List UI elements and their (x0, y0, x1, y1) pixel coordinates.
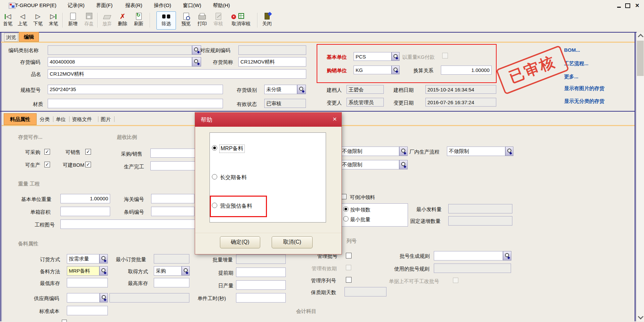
link-show-unclassified[interactable]: 显示无分类的存货 (564, 98, 604, 105)
name-field[interactable]: CR12MOV精料 (48, 69, 306, 79)
tab-edit[interactable]: 编辑 (19, 32, 39, 42)
by-request-qty-label[interactable]: 按申领数 (350, 207, 370, 213)
help-dialog-titlebar[interactable]: 帮助 × (195, 113, 341, 127)
vertical-scrollbar[interactable] (637, 33, 644, 321)
scroll-down-icon[interactable] (638, 314, 644, 320)
scroll-up-icon[interactable] (638, 34, 644, 40)
stock-method-lookup-icon[interactable] (99, 266, 108, 276)
preview-button[interactable]: 预览 (178, 11, 194, 30)
sales-forecast-option[interactable]: 营业预估备料 (220, 203, 252, 210)
restriction-field-1[interactable]: 不做限制 (340, 147, 399, 156)
supplier-code-field[interactable] (67, 293, 100, 303)
acquire-mode-field[interactable]: 采购 (154, 266, 182, 276)
min-batch-label[interactable]: 最小批量 (350, 216, 370, 223)
batch-rule-field[interactable] (434, 251, 503, 260)
long-leadtime-option[interactable]: 长交期备料 (220, 174, 247, 181)
conversion-field[interactable]: 1.00000 (441, 66, 492, 75)
trade-unit-field[interactable]: KG (354, 66, 392, 74)
daily-output-field[interactable] (236, 280, 286, 290)
cancel-audit-button[interactable]: 取消审核 (227, 11, 255, 30)
inv-code-lookup-icon[interactable] (192, 57, 201, 67)
level-lookup-icon[interactable] (297, 85, 306, 94)
backflush-checkbox[interactable] (341, 194, 347, 199)
last-record-button[interactable]: ▷ 末笔 (46, 11, 60, 30)
subtab-qualification[interactable]: 资格文件 (72, 116, 92, 123)
salable-checkbox[interactable] (85, 149, 91, 155)
lead-time-field[interactable] (236, 268, 286, 277)
link-more[interactable]: 更多... (564, 74, 579, 80)
close-button[interactable]: 关闭 (259, 11, 275, 30)
min-stock-field[interactable] (67, 278, 108, 287)
order-mode-field[interactable]: 按需求量 (67, 254, 99, 264)
add-button[interactable]: 新增 (65, 11, 81, 30)
code-category-field[interactable] (48, 45, 192, 55)
prev-record-button[interactable]: ◁ 上笔 (15, 11, 30, 30)
base-unit-lookup-icon[interactable] (392, 52, 400, 61)
scrollbar-thumb[interactable] (637, 41, 644, 76)
menu-operate[interactable]: 操作(O) (154, 2, 171, 9)
manage-batch-checkbox[interactable] (346, 253, 352, 258)
material-field[interactable] (48, 99, 223, 108)
mrp-stock-option[interactable]: MRP备料 (219, 145, 245, 153)
subtab-item-attributes[interactable]: 料品属性 (4, 113, 37, 125)
manage-serial-checkbox[interactable] (346, 277, 352, 283)
menu-report[interactable]: 报表(R) (125, 2, 142, 9)
purchasable-checkbox[interactable] (44, 149, 50, 155)
restriction-2-lookup-icon[interactable] (399, 160, 408, 169)
order-mode-lookup-icon[interactable] (99, 254, 108, 264)
base-weight-field[interactable]: 1.00000 (60, 194, 110, 203)
level-field[interactable]: 未分级 (264, 85, 297, 94)
min-batch-radio[interactable] (343, 216, 349, 222)
link-show-with-images[interactable]: 显示有图片的存货 (564, 85, 604, 92)
by-request-qty-radio[interactable] (343, 206, 349, 212)
dialog-close-icon[interactable]: × (333, 115, 337, 123)
restriction-1-lookup-icon[interactable] (399, 147, 408, 156)
close-window-icon[interactable]: × (635, 2, 639, 9)
refresh-button[interactable]: ↻ 刷新 (130, 11, 147, 30)
delete-button[interactable]: ✗ 删除 (115, 11, 130, 30)
factory-flow-lookup-icon[interactable] (505, 147, 513, 156)
code-category-lookup-icon[interactable] (192, 45, 201, 55)
minimize-icon[interactable] (617, 7, 621, 8)
cancel-button[interactable]: 取消(C) (272, 236, 313, 248)
producible-checkbox[interactable] (44, 162, 50, 167)
sales-forecast-radio[interactable] (212, 203, 217, 208)
menu-record[interactable]: 记录(R) (67, 2, 85, 9)
stock-method-field[interactable]: MRP备料 (67, 266, 99, 276)
menu-app[interactable]: T-GROUP ERP(E) (15, 2, 56, 8)
acquire-mode-lookup-icon[interactable] (182, 266, 190, 276)
subtab-category[interactable]: 分类 (40, 116, 50, 123)
customs-code-field[interactable] (151, 194, 194, 203)
trade-unit-lookup-icon[interactable] (392, 66, 400, 74)
link-bom[interactable]: BOM... (564, 47, 580, 53)
inv-abbr-field[interactable]: CR12MOV精料 (238, 57, 306, 67)
tab-browse[interactable]: 浏览 (4, 33, 18, 42)
barcode-field[interactable] (151, 207, 194, 216)
menu-window[interactable]: 窗口(W) (183, 2, 201, 9)
next-record-button[interactable]: ▷ 下笔 (31, 11, 45, 30)
factory-flow-field[interactable]: 不做限制 (447, 147, 505, 156)
rule-code-field[interactable] (238, 45, 306, 55)
bom-allowed-checkbox[interactable] (85, 162, 91, 167)
std-cost-field[interactable] (67, 306, 108, 315)
supplier-code-lookup-icon[interactable] (100, 293, 108, 303)
print-button[interactable]: 打印 (195, 11, 210, 30)
menu-view[interactable]: 界面(F) (96, 2, 112, 9)
carton-volume-field[interactable] (60, 207, 110, 216)
menu-help[interactable]: 帮助(H) (213, 2, 230, 9)
subtab-image[interactable]: 图片 (101, 116, 111, 123)
filter-button[interactable]: 筛选 (156, 11, 176, 30)
restriction-field-2[interactable]: 不做限制 (340, 160, 399, 169)
mrp-stock-radio[interactable] (212, 145, 217, 151)
spec-field[interactable]: 250*240*35 (48, 85, 223, 94)
first-record-button[interactable]: ◁ 首笔 (1, 11, 15, 30)
max-stock-field[interactable] (154, 278, 189, 287)
unit-time-field[interactable] (236, 293, 286, 303)
long-leadtime-radio[interactable] (212, 174, 217, 179)
batch-rule-lookup-icon[interactable] (503, 251, 511, 260)
subtab-unit[interactable]: 单位 (56, 116, 66, 123)
restore-icon[interactable] (625, 3, 630, 8)
base-unit-field[interactable]: PCS (354, 52, 392, 61)
inv-code-field[interactable]: 400400008 (48, 57, 192, 67)
ok-button[interactable]: 确定(Q) (220, 236, 260, 248)
